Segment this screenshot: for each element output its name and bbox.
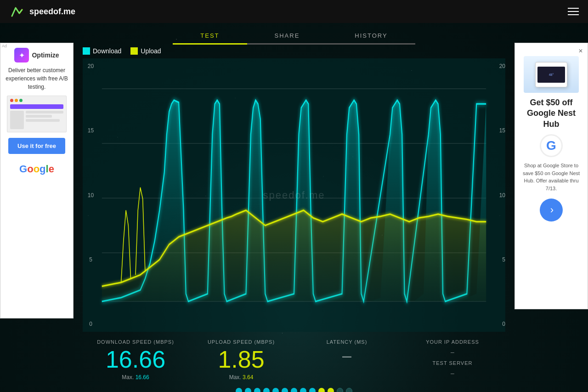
legend-download-color xyxy=(83,47,90,55)
legend-download-label: Download xyxy=(93,47,121,55)
dot-green xyxy=(19,99,23,102)
ad-mockup xyxy=(7,96,67,132)
stat-latency-value: – xyxy=(294,347,400,364)
stat-ip-label: YOUR IP ADDRESS xyxy=(400,339,505,345)
hamburger-line-1 xyxy=(568,8,579,9)
progress-dot-6 xyxy=(282,388,288,392)
y-label-10-right: 10 xyxy=(499,192,505,199)
y-label-20-right: 20 xyxy=(499,63,505,69)
y-label-20-left: 20 xyxy=(83,63,99,69)
main-content: ✦ Optimize Deliver better customer exper… xyxy=(0,43,588,392)
progress-dot-5 xyxy=(272,388,279,392)
stats-row: DOWNLOAD SPEED (Mbps) 16.66 Max. 16.66 U… xyxy=(74,332,514,384)
ad-close-button[interactable]: ✕ xyxy=(578,48,583,54)
y-label-0-right: 0 xyxy=(502,321,505,327)
progress-dot-12 xyxy=(337,388,343,392)
progress-dot-8 xyxy=(300,388,306,392)
mockup-line xyxy=(26,119,60,122)
stat-upload-label: UPLOAD SPEED (Mbps) xyxy=(188,339,294,345)
stat-download-max: Max. 16.66 xyxy=(83,374,188,381)
mockup-dots xyxy=(10,99,63,102)
y-label-15-right: 15 xyxy=(499,127,505,134)
y-axis-right: 20 15 10 5 0 xyxy=(489,58,505,332)
logo[interactable]: speedof.me xyxy=(9,3,75,20)
legend-download: Download xyxy=(83,47,121,55)
mockup-content xyxy=(26,111,63,129)
hamburger-line-3 xyxy=(568,14,579,15)
legend-upload-label: Upload xyxy=(141,47,161,55)
tab-share[interactable]: SHARE xyxy=(247,28,328,43)
logo-text: speedof.me xyxy=(29,7,75,17)
progress-dot-1 xyxy=(236,388,242,392)
mockup-lines xyxy=(10,111,63,129)
stat-upload: UPLOAD SPEED (Mbps) 1.85 Max. 3.64 xyxy=(188,339,294,381)
header: speedof.me xyxy=(0,0,588,23)
ad-left-button[interactable]: Use it for free xyxy=(8,138,65,154)
nav-tabs: TEST SHARE HISTORY xyxy=(0,23,588,43)
legend-upload: Upload xyxy=(130,47,161,55)
progress-dot-9 xyxy=(309,388,316,392)
nest-device: 48° xyxy=(535,62,567,87)
legend-upload-color xyxy=(130,47,138,55)
progress-dots xyxy=(74,388,514,392)
chart-area: Download Upload speedof.me 20 15 10 5 0 … xyxy=(74,43,514,392)
stat-upload-value: 1.85 xyxy=(188,347,294,371)
stat-download-max-val: 16.66 xyxy=(136,374,149,381)
google-g-logo: G xyxy=(540,134,563,157)
mockup-bar xyxy=(10,104,63,109)
stat-latency: LATENCY (ms) – xyxy=(294,339,400,381)
ad-right-title: Get $50 off Google Nest Hub xyxy=(520,97,583,130)
nest-screen: 48° xyxy=(537,67,565,83)
chart-svg xyxy=(83,58,505,332)
stat-server-value: – xyxy=(400,369,505,377)
stat-upload-max-val: 3.64 xyxy=(243,374,253,381)
progress-area: 38% xyxy=(74,384,514,392)
ad-left-body: Deliver better customer experiences with… xyxy=(5,66,68,91)
progress-dot-7 xyxy=(291,388,297,392)
y-label-5-left: 5 xyxy=(83,256,99,263)
y-axis-left: 20 15 10 5 0 xyxy=(83,58,99,332)
tab-test[interactable]: TEST xyxy=(173,28,247,43)
mockup-line xyxy=(26,115,52,118)
y-label-10-left: 10 xyxy=(83,192,99,199)
stat-latency-label: LATENCY (ms) xyxy=(294,339,400,345)
legend: Download Upload xyxy=(74,47,514,58)
hamburger-button[interactable] xyxy=(568,8,579,15)
ad-left-title: Optimize xyxy=(32,51,59,59)
y-label-5-right: 5 xyxy=(502,256,505,263)
stat-download: DOWNLOAD SPEED (Mbps) 16.66 Max. 16.66 xyxy=(83,339,188,381)
stat-download-label: DOWNLOAD SPEED (Mbps) xyxy=(83,339,188,345)
y-label-0-left: 0 xyxy=(83,321,99,327)
stat-ip: YOUR IP ADDRESS – TEST SERVER – xyxy=(400,339,505,381)
tab-history[interactable]: HISTORY xyxy=(327,28,415,43)
ad-right-arrow-button[interactable]: › xyxy=(540,199,563,222)
progress-dot-11 xyxy=(328,388,334,392)
progress-dot-10 xyxy=(318,388,325,392)
progress-dot-2 xyxy=(245,388,251,392)
dot-red xyxy=(10,99,13,102)
ad-right-body: Shop at Google Store to save $50 on Goog… xyxy=(520,162,583,192)
nest-hub-image: 48° xyxy=(524,56,579,93)
ad-left-header: ✦ Optimize xyxy=(14,48,59,62)
arrow-right-icon: › xyxy=(550,204,554,216)
logo-icon xyxy=(9,3,26,20)
google-logo: G o o g l e xyxy=(19,163,54,175)
mockup-line xyxy=(26,111,63,114)
stat-server-label: TEST SERVER xyxy=(400,360,505,366)
progress-dot-4 xyxy=(263,388,270,392)
hamburger-line-2 xyxy=(568,11,579,12)
ad-box-right: Ad ✕ 48° Get $50 off Google Nest Hub G S… xyxy=(514,43,588,309)
stat-upload-max: Max. 3.64 xyxy=(188,374,294,381)
stat-download-value: 16.66 xyxy=(83,347,188,371)
stat-ip-value: – xyxy=(400,348,505,356)
ad-left: ✦ Optimize Deliver better customer exper… xyxy=(0,43,74,392)
dot-yellow xyxy=(15,99,18,102)
progress-dot-3 xyxy=(254,388,260,392)
optimize-icon: ✦ xyxy=(14,48,29,62)
speed-chart: speedof.me 20 15 10 5 0 20 15 10 5 0 xyxy=(83,58,505,332)
mockup-side xyxy=(10,111,24,129)
ad-box-left: ✦ Optimize Deliver better customer exper… xyxy=(0,43,74,318)
y-label-15-left: 15 xyxy=(83,127,99,134)
ad-right: Ad ✕ 48° Get $50 off Google Nest Hub G S… xyxy=(514,43,588,392)
progress-dot-13 xyxy=(346,388,352,392)
